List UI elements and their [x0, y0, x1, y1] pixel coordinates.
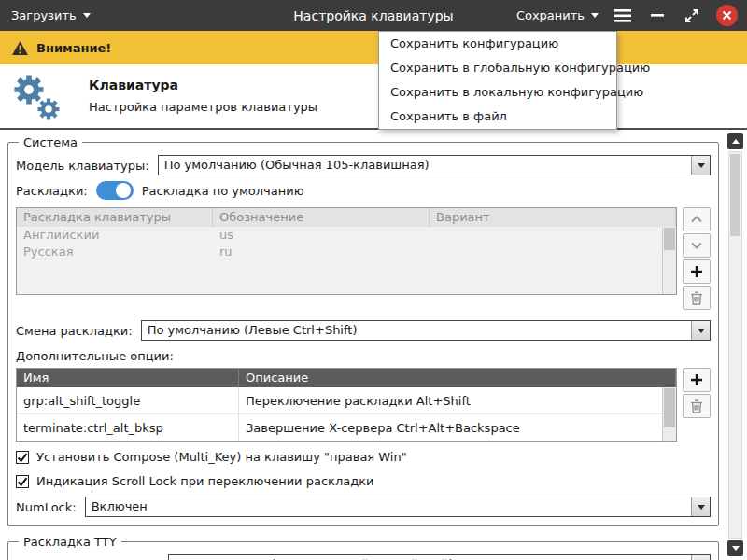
scrollbar-thumb[interactable]: [730, 154, 740, 236]
add-layout-button[interactable]: [683, 259, 711, 284]
load-menu-button[interactable]: Загрузить: [11, 8, 91, 22]
scrolllock-checkbox-label: Индикация Scroll Lock при переключении р…: [36, 474, 374, 488]
plus-icon: [690, 265, 703, 278]
cell-layout: Английский: [17, 227, 213, 244]
cell-code: ru: [213, 244, 430, 260]
menu-item-save-to-file[interactable]: Сохранить в файл: [379, 105, 616, 129]
hamburger-menu-button[interactable]: [613, 6, 633, 26]
move-down-button[interactable]: [683, 233, 711, 258]
minimize-button[interactable]: [647, 6, 668, 26]
trash-icon: [690, 291, 703, 305]
layouts-default-toggle[interactable]: [96, 181, 134, 200]
delete-layout-button[interactable]: [683, 286, 711, 310]
dropdown-button[interactable]: [691, 156, 710, 175]
scrolllock-checkbox-row: Индикация Scroll Lock при переключении р…: [16, 471, 711, 491]
menu-item-save-local-config[interactable]: Сохранить в локальную конфигурацию: [379, 80, 616, 105]
save-dropdown-menu: Сохранить конфигурацию Сохранить в глоба…: [378, 31, 617, 130]
keyboard-model-label: Модель клавиатуры:: [16, 159, 149, 173]
add-option-button[interactable]: [683, 368, 711, 392]
minimize-icon: [651, 14, 664, 18]
numlock-select[interactable]: Включен: [85, 497, 711, 517]
table-row[interactable]: terminate:ctrl_alt_bksp Завершение X-сер…: [17, 414, 676, 441]
page-subtitle: Настройка параметров клавиатуры: [89, 100, 317, 114]
layout-switch-row: Смена раскладки: По умолчанию (Левые Ctr…: [16, 319, 711, 342]
trash-icon: [690, 399, 703, 413]
options-table-header: Имя Описание: [17, 369, 676, 387]
menu-item-save-global-config[interactable]: Сохранить в глобальную конфигурацию: [379, 56, 616, 80]
main-content: Система Модель клавиатуры: По умолчанию …: [0, 128, 747, 560]
table-row[interactable]: grp:alt_shift_toggle Переключение раскла…: [17, 387, 676, 414]
cell-layout: Русская: [17, 244, 213, 260]
layout-switch-value: По умолчанию (Левые Ctrl+Shift): [142, 321, 691, 340]
options-table-wrap: Имя Описание grp:alt_shift_toggle Перекл…: [16, 368, 711, 442]
scrollbar-thumb[interactable]: [664, 228, 675, 250]
numlock-row: NumLock: Включен: [16, 496, 711, 518]
layouts-row: Раскладки: Раскладка по умолчанию: [16, 179, 711, 202]
menu-item-save-config[interactable]: Сохранить конфигурацию: [379, 32, 616, 56]
layout-switch-label: Смена раскладки:: [16, 324, 133, 338]
tty-secondary-select[interactable]: По умолчанию (Американский Английский): [168, 554, 711, 560]
save-menu-label: Сохранить: [516, 8, 585, 22]
table-row[interactable]: Русская ru: [17, 244, 676, 260]
tty-group: Раскладка TTY Вторичная раскладка: По ум…: [7, 535, 719, 560]
options-table[interactable]: Имя Описание grp:alt_shift_toggle Перекл…: [16, 368, 677, 442]
keyboard-model-value: По умолчанию (Обычная 105-клавишная): [159, 156, 691, 175]
arrow-up-icon: [732, 139, 740, 144]
layouts-label: Раскладки:: [16, 184, 88, 198]
main-scrollbar[interactable]: [727, 133, 743, 556]
column-header: Описание: [239, 369, 676, 387]
dropdown-button[interactable]: [691, 497, 710, 516]
scroll-up-button[interactable]: [727, 133, 743, 149]
fullscreen-button[interactable]: [682, 6, 702, 26]
scrollbar-thumb[interactable]: [664, 388, 675, 427]
gears-icon: [9, 69, 63, 126]
chevron-down-icon: [698, 163, 705, 168]
system-group-title: Система: [19, 135, 82, 149]
arrow-down-icon: [691, 242, 702, 249]
load-menu-label: Загрузить: [11, 8, 77, 22]
column-header: Вариант: [430, 208, 676, 227]
layouts-table-scrollbar[interactable]: [662, 227, 676, 294]
layouts-table[interactable]: Раскладка клавиатуры Обозначение Вариант…: [16, 207, 677, 295]
move-up-button[interactable]: [683, 207, 711, 231]
hamburger-menu-icon: [614, 9, 631, 22]
cell-option-desc: Переключение раскладки Alt+Shift: [239, 387, 676, 413]
column-header: Имя: [17, 369, 239, 387]
close-button[interactable]: [716, 5, 738, 26]
expand-icon: [684, 8, 699, 23]
dropdown-button[interactable]: [691, 555, 710, 560]
options-table-buttons: [683, 368, 711, 420]
page-title: Клавиатура: [89, 77, 178, 92]
options-table-scrollbar[interactable]: [662, 387, 676, 441]
layout-switch-select[interactable]: По умолчанию (Левые Ctrl+Shift): [141, 320, 711, 341]
layouts-table-wrap: Раскладка клавиатуры Обозначение Вариант…: [16, 207, 711, 312]
toggle-knob: [116, 183, 131, 198]
plus-icon: [690, 373, 703, 386]
delete-option-button[interactable]: [683, 394, 711, 418]
cell-variant: [430, 227, 676, 244]
keyboard-model-row: Модель клавиатуры: По умолчанию (Обычная…: [16, 154, 711, 176]
compose-checkbox[interactable]: [16, 451, 29, 464]
chevron-down-icon: [83, 13, 91, 18]
scrolllock-checkbox[interactable]: [16, 475, 29, 488]
cell-option-name: grp:alt_shift_toggle: [17, 387, 239, 413]
scrollbar-track[interactable]: [728, 151, 742, 539]
dropdown-button[interactable]: [691, 321, 710, 340]
scroll-down-button[interactable]: [727, 540, 743, 556]
layouts-toggle-label: Раскладка по умолчанию: [142, 184, 304, 198]
chevron-down-icon: [698, 505, 705, 510]
table-row[interactable]: Английский us: [17, 227, 676, 244]
check-icon: [17, 476, 28, 487]
chevron-down-icon: [591, 13, 599, 18]
compose-checkbox-row: Установить Compose (Multi_Key) на клавиш…: [16, 447, 711, 467]
chevron-down-icon: [698, 329, 705, 333]
save-menu-button[interactable]: Сохранить: [516, 8, 599, 22]
layouts-table-header: Раскладка клавиатуры Обозначение Вариант: [17, 208, 676, 227]
layouts-table-buttons: [683, 207, 711, 312]
cell-option-desc: Завершение X-сервера Ctrl+Alt+Backspace: [239, 414, 676, 441]
titlebar-actions: Сохранить: [516, 5, 738, 26]
keyboard-model-select[interactable]: По умолчанию (Обычная 105-клавишная): [158, 155, 711, 175]
arrow-up-icon: [691, 216, 702, 223]
arrow-down-icon: [732, 546, 740, 551]
column-header: Обозначение: [213, 208, 430, 227]
